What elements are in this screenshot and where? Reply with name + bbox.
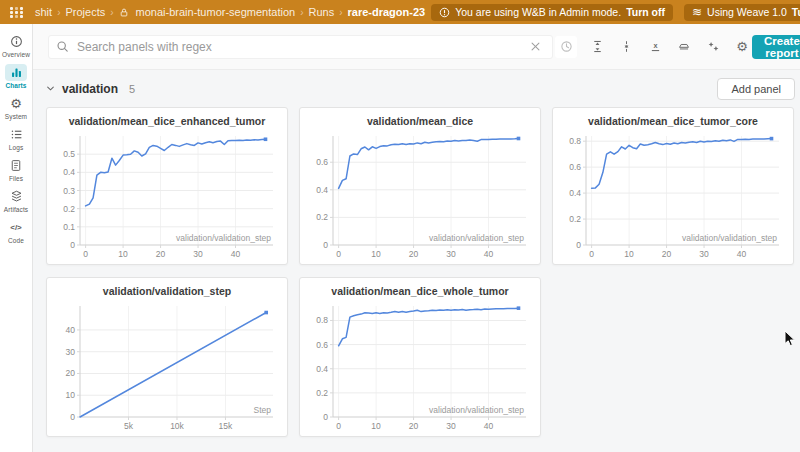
charts-content: validation 5 Add panel validation/mean_d… xyxy=(33,70,800,452)
svg-text:0.5: 0.5 xyxy=(63,149,75,159)
chart-panel[interactable]: validation/mean_dice_tumor_core 00.20.40… xyxy=(552,107,794,265)
sidebar-item-charts[interactable]: Charts xyxy=(0,64,32,89)
settings-gear-icon[interactable]: ⚙ xyxy=(732,37,752,57)
panel-search-box[interactable] xyxy=(48,35,553,59)
navbar-right: You are using W&B in Admin mode. Turn of… xyxy=(431,2,800,22)
svg-text:0.2: 0.2 xyxy=(316,212,328,222)
svg-text:20: 20 xyxy=(156,249,166,259)
panel-layout-icon[interactable] xyxy=(674,37,694,57)
chart-panel[interactable]: validation/validation_step 0102030405k10… xyxy=(46,277,288,437)
svg-text:40: 40 xyxy=(484,249,494,259)
breadcrumb-projects[interactable]: Projects xyxy=(65,6,105,18)
chevron-down-icon[interactable] xyxy=(46,84,55,93)
chart-title: validation/mean_dice_tumor_core xyxy=(557,114,789,129)
svg-text:0.8: 0.8 xyxy=(569,136,581,146)
chart-plot[interactable]: 00.20.40.60.8010203040validation/validat… xyxy=(557,129,789,262)
breadcrumb-separator: › xyxy=(57,7,60,18)
left-sidebar: Overview Charts ⚙ System Logs Files Arti… xyxy=(0,24,33,452)
sidebar-item-overview[interactable]: Overview xyxy=(0,33,32,58)
search-input[interactable] xyxy=(75,39,519,55)
breadcrumb-user[interactable]: shit xyxy=(35,6,52,18)
svg-text:20: 20 xyxy=(409,421,419,431)
svg-text:0: 0 xyxy=(70,412,75,422)
svg-text:30: 30 xyxy=(66,347,76,357)
create-report-button[interactable]: Create report xyxy=(752,35,800,59)
breadcrumb-runs[interactable]: Runs xyxy=(308,6,334,18)
svg-text:30: 30 xyxy=(446,249,456,259)
sidebar-item-artifacts[interactable]: Artifacts xyxy=(0,188,32,213)
svg-text:10: 10 xyxy=(66,390,76,400)
wandb-logo[interactable] xyxy=(10,7,23,18)
sidebar-item-files[interactable]: Files xyxy=(0,157,32,182)
chart-tools: x ⚙ xyxy=(587,37,752,57)
sidebar-item-logs[interactable]: Logs xyxy=(0,126,32,151)
svg-text:20: 20 xyxy=(66,368,76,378)
section-title[interactable]: validation xyxy=(62,82,118,96)
breadcrumb: shit › Projects › monai-brain-tumor-segm… xyxy=(35,6,425,18)
x-axis-settings-icon[interactable]: x xyxy=(645,37,665,57)
svg-text:0.4: 0.4 xyxy=(569,188,581,198)
weave-turn-off-link[interactable]: Turn off xyxy=(792,6,800,18)
breadcrumb-separator: › xyxy=(110,7,113,18)
svg-text:40: 40 xyxy=(484,421,494,431)
svg-text:0: 0 xyxy=(336,421,341,431)
exclamation-circle-icon xyxy=(439,7,450,18)
svg-text:5k: 5k xyxy=(124,421,134,431)
svg-text:30: 30 xyxy=(446,421,456,431)
sidebar-item-label: Artifacts xyxy=(4,206,28,213)
list-icon xyxy=(5,126,27,143)
svg-text:10: 10 xyxy=(624,249,634,259)
svg-text:0.4: 0.4 xyxy=(63,167,75,177)
svg-text:40: 40 xyxy=(66,325,76,335)
weave-banner[interactable]: ≋ Using Weave 1.0 Turn off xyxy=(684,4,800,21)
sparkle-icon[interactable] xyxy=(703,37,723,57)
gear-icon: ⚙ xyxy=(5,95,27,112)
svg-text:0.2: 0.2 xyxy=(569,214,581,224)
svg-text:0.6: 0.6 xyxy=(316,340,328,350)
sidebar-item-system[interactable]: ⚙ System xyxy=(0,95,32,120)
svg-text:0: 0 xyxy=(70,240,75,250)
breadcrumb-run-name[interactable]: rare-dragon-23 xyxy=(348,6,426,18)
add-panel-button[interactable]: Add panel xyxy=(717,78,795,100)
svg-text:40: 40 xyxy=(231,249,241,259)
svg-text:0.2: 0.2 xyxy=(316,388,328,398)
sidebar-item-label: Files xyxy=(9,175,23,182)
svg-text:10k: 10k xyxy=(170,421,184,431)
history-clock-icon[interactable] xyxy=(555,36,577,58)
clear-search-icon[interactable] xyxy=(525,37,545,57)
svg-text:20: 20 xyxy=(409,249,419,259)
svg-text:0.2: 0.2 xyxy=(63,204,75,214)
panel-toolbar: x ⚙ Create report xyxy=(33,24,800,70)
lock-icon xyxy=(119,7,129,18)
collapse-panels-icon[interactable] xyxy=(616,37,636,57)
svg-text:30: 30 xyxy=(193,249,203,259)
expand-panels-icon[interactable] xyxy=(587,37,607,57)
svg-text:0: 0 xyxy=(576,240,581,250)
chart-plot[interactable]: 0102030405k10k15kStep xyxy=(51,299,283,434)
svg-text:validation/validation_step: validation/validation_step xyxy=(429,233,524,243)
chart-panel[interactable]: validation/mean_dice 00.20.40.6010203040… xyxy=(299,107,541,265)
sidebar-item-code[interactable]: </> Code xyxy=(0,219,32,244)
chart-plot[interactable]: 00.20.40.60.8010203040validation/validat… xyxy=(304,299,536,434)
weave-banner-text: Using Weave 1.0 xyxy=(707,6,787,18)
svg-text:0: 0 xyxy=(323,412,328,422)
svg-text:20: 20 xyxy=(662,249,672,259)
panel-grid: validation/mean_dice_enhanced_tumor 00.1… xyxy=(46,107,796,437)
svg-text:validation/validation_step: validation/validation_step xyxy=(429,405,524,415)
section-panel-count: 5 xyxy=(129,83,135,95)
chart-plot[interactable]: 00.20.40.6010203040validation/validation… xyxy=(304,129,536,262)
chart-panel[interactable]: validation/mean_dice_whole_tumor 00.20.4… xyxy=(299,277,541,437)
svg-text:0.6: 0.6 xyxy=(569,162,581,172)
svg-text:0: 0 xyxy=(323,240,328,250)
sidebar-item-label: Code xyxy=(8,237,24,244)
chart-title: validation/validation_step xyxy=(51,284,283,299)
admin-turn-off-link[interactable]: Turn off xyxy=(626,6,665,18)
admin-mode-banner[interactable]: You are using W&B in Admin mode. Turn of… xyxy=(431,4,673,21)
svg-text:0: 0 xyxy=(336,249,341,259)
top-navbar: shit › Projects › monai-brain-tumor-segm… xyxy=(0,0,800,24)
chart-panel[interactable]: validation/mean_dice_enhanced_tumor 00.1… xyxy=(46,107,288,265)
info-icon xyxy=(5,33,27,50)
breadcrumb-project[interactable]: monai-brain-tumor-segmentation xyxy=(136,6,296,18)
chart-title: validation/mean_dice_enhanced_tumor xyxy=(51,114,283,129)
chart-plot[interactable]: 00.10.20.30.40.5010203040validation/vali… xyxy=(51,129,283,262)
